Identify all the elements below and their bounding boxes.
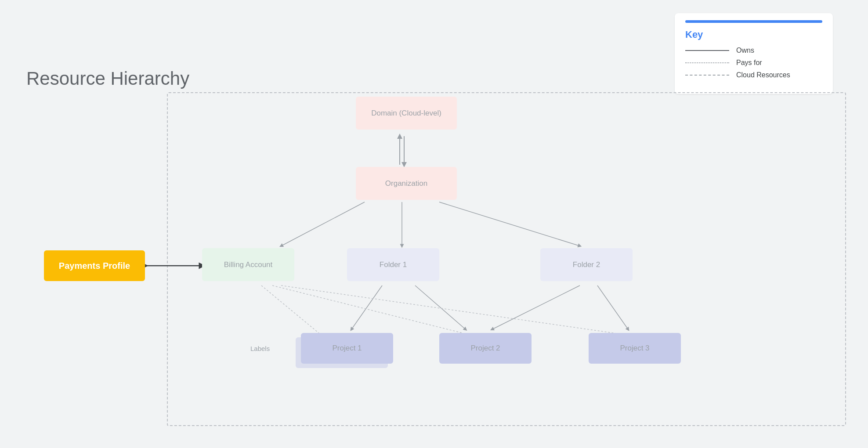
folder1-node: Folder 1 — [347, 248, 439, 281]
key-title: Key — [685, 29, 822, 40]
key-label-owns: Owns — [736, 47, 754, 54]
svg-line-5 — [351, 285, 382, 329]
key-row-dashed: Cloud Resources — [685, 71, 822, 79]
key-label-cloud: Cloud Resources — [736, 71, 790, 79]
diagram: Domain (Cloud-level) Organization Billin… — [18, 79, 850, 439]
project1-node: Project 1 — [301, 333, 393, 364]
svg-line-6 — [415, 285, 466, 329]
key-row-solid: Owns — [685, 47, 822, 54]
key-line-solid — [685, 50, 729, 51]
svg-line-4 — [439, 202, 580, 246]
svg-line-11 — [281, 285, 619, 334]
domain-node: Domain (Cloud-level) — [356, 97, 457, 130]
key-row-dotted: Pays for — [685, 59, 822, 67]
project3-node: Project 3 — [589, 333, 681, 364]
key-line-dotted — [685, 62, 729, 63]
project2-node: Project 2 — [439, 333, 532, 364]
key-label-pays: Pays for — [736, 59, 762, 67]
key-line-dashed — [685, 75, 729, 76]
svg-line-8 — [597, 285, 628, 329]
svg-line-10 — [272, 285, 466, 334]
payments-profile-node: Payments Profile — [44, 250, 145, 281]
billing-account-node: Billing Account — [202, 248, 294, 281]
labels-text: Labels — [250, 345, 270, 352]
folder2-node: Folder 2 — [540, 248, 633, 281]
svg-line-9 — [261, 285, 325, 338]
organization-node: Organization — [356, 167, 457, 200]
svg-line-2 — [281, 202, 365, 246]
svg-line-7 — [492, 285, 580, 329]
key-blue-bar — [685, 20, 822, 23]
